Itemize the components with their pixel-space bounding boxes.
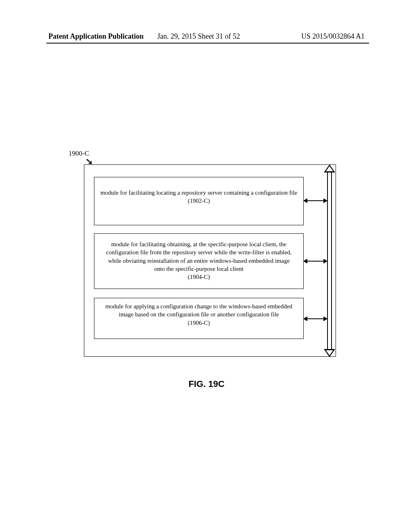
module-id: (1902-C) [100, 197, 298, 205]
header-publication: Patent Application Publication [48, 32, 144, 41]
connector-arrow-3 [304, 318, 327, 319]
figure-label: FIG. 19C [0, 379, 413, 389]
header-date-sheet: Jan. 29, 2015 Sheet 31 of 52 [157, 32, 240, 41]
module-1902c: module for facilitating locating a repos… [94, 177, 304, 225]
module-id: (1906-C) [100, 319, 298, 327]
module-text: module for applying a configuration chan… [100, 302, 298, 319]
module-text: module for facilitating obtaining, at th… [100, 240, 298, 273]
diagram-container: module for facilitating locating a repos… [84, 164, 336, 357]
connector-arrow-1 [304, 200, 327, 201]
header-rule [46, 43, 369, 44]
header-patent-number: US 2015/0032864 A1 [301, 32, 365, 41]
connector-arrow-2 [304, 261, 327, 262]
module-text: module for facilitating locating a repos… [100, 189, 298, 197]
module-1906c: module for applying a configuration chan… [94, 298, 304, 339]
module-id: (1904-C) [100, 273, 298, 281]
module-1904c: module for facilitating obtaining, at th… [94, 233, 304, 289]
